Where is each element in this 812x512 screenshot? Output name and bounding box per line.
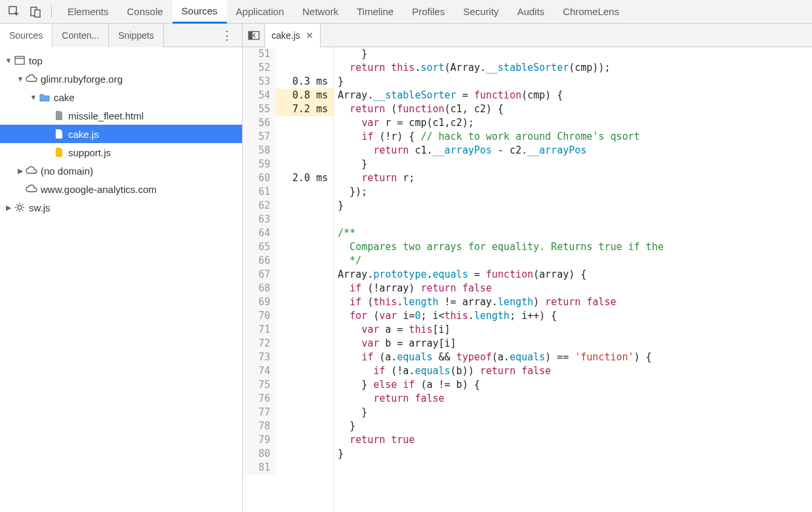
left-tab-0[interactable]: Sources (0, 24, 52, 47)
code-line[interactable]: return r; (338, 171, 812, 185)
code-line[interactable]: return c1.__arrayPos - c2.__arrayPos (338, 144, 812, 158)
inspect-element-icon[interactable] (5, 3, 24, 21)
device-toolbar-icon[interactable] (26, 3, 45, 21)
tree-domain[interactable]: ▼ glimr.rubyforge.org (0, 70, 242, 88)
line-number[interactable]: 79 (243, 433, 275, 447)
code-line[interactable]: }); (338, 185, 812, 199)
line-number[interactable]: 61 (243, 185, 275, 199)
line-number[interactable]: 74 (243, 364, 275, 378)
code-line[interactable]: if (a.equals && typeof(a.equals) == 'fun… (338, 351, 812, 364)
line-timing (275, 295, 333, 309)
code-line[interactable]: return (function(c1, c2) { (338, 102, 812, 116)
code-line[interactable]: if (!a.equals(b)) return false (338, 364, 812, 378)
line-number[interactable]: 77 (243, 406, 275, 419)
code-line[interactable]: } else if (a != b) { (338, 378, 812, 392)
line-timing (275, 406, 333, 419)
line-number[interactable]: 69 (243, 295, 275, 309)
line-number[interactable]: 78 (243, 419, 275, 433)
line-number[interactable]: 75 (243, 378, 275, 392)
close-icon[interactable]: ✕ (306, 30, 314, 41)
code-line[interactable]: } (338, 47, 812, 61)
tree-domain[interactable]: ▶ (no domain) (0, 161, 242, 180)
tree-folder[interactable]: ▼ cake (0, 88, 242, 106)
line-number[interactable]: 63 (243, 213, 275, 226)
line-number[interactable]: 67 (243, 268, 275, 282)
code-line[interactable]: Array.__stableSorter = function(cmp) { (338, 89, 812, 102)
code-line[interactable]: var a = this[i] (338, 323, 812, 337)
line-timing (275, 116, 333, 130)
code-editor[interactable]: 5152530.3 ms540.8 ms557.2 ms56575859602.… (243, 47, 812, 512)
svg-line-12 (16, 210, 18, 211)
code-line[interactable]: if (!array) return false (338, 282, 812, 295)
left-tab-1[interactable]: Conten... (52, 24, 109, 47)
tree-label: (no domain) (41, 165, 93, 177)
code-line[interactable]: return this.sort(Array.__stableSorter(cm… (338, 61, 812, 75)
line-number[interactable]: 59 (243, 158, 275, 171)
code-line[interactable]: Array.prototype.equals = function(array)… (338, 268, 812, 282)
top-tab-sources[interactable]: Sources (173, 0, 227, 24)
top-tab-chromelens[interactable]: ChromeLens (554, 0, 628, 24)
line-number[interactable]: 51 (243, 47, 275, 61)
line-number[interactable]: 62 (243, 199, 275, 213)
tree-file-selected[interactable]: cake.js (0, 125, 242, 143)
code-line[interactable]: */ (338, 254, 812, 268)
line-number[interactable]: 80 (243, 447, 275, 461)
code-line[interactable]: var b = array[i] (338, 337, 812, 351)
top-tab-network[interactable]: Network (293, 0, 348, 24)
tree-domain[interactable]: ▶ www.google-analytics.com (0, 180, 242, 198)
line-number[interactable]: 71 (243, 323, 275, 337)
line-number[interactable]: 60 (243, 171, 275, 185)
top-tab-console[interactable]: Console (118, 0, 173, 24)
top-tab-timeline[interactable]: Timeline (348, 0, 403, 24)
line-number[interactable]: 81 (243, 461, 275, 475)
top-tab-profiles[interactable]: Profiles (403, 0, 454, 24)
more-options-icon[interactable]: ⋮ (217, 28, 237, 43)
line-number[interactable]: 55 (243, 102, 275, 116)
line-number[interactable]: 64 (243, 226, 275, 240)
line-number[interactable]: 76 (243, 392, 275, 406)
code-line[interactable]: return false (338, 392, 812, 406)
top-tab-audits[interactable]: Audits (508, 0, 554, 24)
tree-top[interactable]: ▼ top (0, 51, 242, 70)
left-tab-2[interactable]: Snippets (109, 24, 163, 47)
line-number[interactable]: 58 (243, 144, 275, 158)
line-number[interactable]: 73 (243, 351, 275, 364)
code-line[interactable]: return true (338, 433, 812, 447)
code-line[interactable]: } (338, 447, 812, 461)
line-number[interactable]: 52 (243, 61, 275, 75)
code-line[interactable]: if (this.length != array.length) return … (338, 295, 812, 309)
code-line[interactable]: } (338, 406, 812, 419)
toggle-navigator-icon[interactable] (243, 24, 265, 47)
line-number[interactable]: 57 (243, 130, 275, 144)
line-number[interactable]: 65 (243, 240, 275, 254)
tree-file[interactable]: support.js (0, 143, 242, 161)
code-line[interactable]: for (var i=0; i<this.length; i++) { (338, 309, 812, 323)
code-area[interactable]: } return this.sort(Array.__stableSorter(… (334, 47, 812, 512)
code-line[interactable]: } (338, 158, 812, 171)
line-number[interactable]: 66 (243, 254, 275, 268)
code-line[interactable]: } (338, 199, 812, 213)
line-number[interactable]: 68 (243, 282, 275, 295)
tree-file[interactable]: missile_fleet.html (0, 106, 242, 125)
top-tab-elements[interactable]: Elements (58, 0, 118, 24)
line-number[interactable]: 53 (243, 75, 275, 89)
tree-label: cake (54, 92, 75, 103)
line-number[interactable]: 70 (243, 309, 275, 323)
code-line[interactable]: } (338, 75, 812, 89)
line-number[interactable]: 56 (243, 116, 275, 130)
code-line[interactable] (338, 461, 812, 475)
code-line[interactable]: if (!r) { // hack to work around Chrome'… (338, 130, 812, 144)
code-line[interactable]: /** (338, 226, 812, 240)
line-number[interactable]: 54 (243, 89, 275, 102)
line-timing (275, 254, 333, 268)
line-timing (275, 309, 333, 323)
code-line[interactable]: Compares two arrays for equality. Return… (338, 240, 812, 254)
top-tab-application[interactable]: Application (227, 0, 293, 24)
code-line[interactable]: } (338, 419, 812, 433)
editor-tab[interactable]: cake.js ✕ (265, 24, 321, 47)
top-tab-security[interactable]: Security (454, 0, 508, 24)
code-line[interactable]: var r = cmp(c1,c2); (338, 116, 812, 130)
line-number[interactable]: 72 (243, 337, 275, 351)
tree-worker[interactable]: ▶ sw.js (0, 198, 242, 217)
code-line[interactable] (338, 213, 812, 226)
